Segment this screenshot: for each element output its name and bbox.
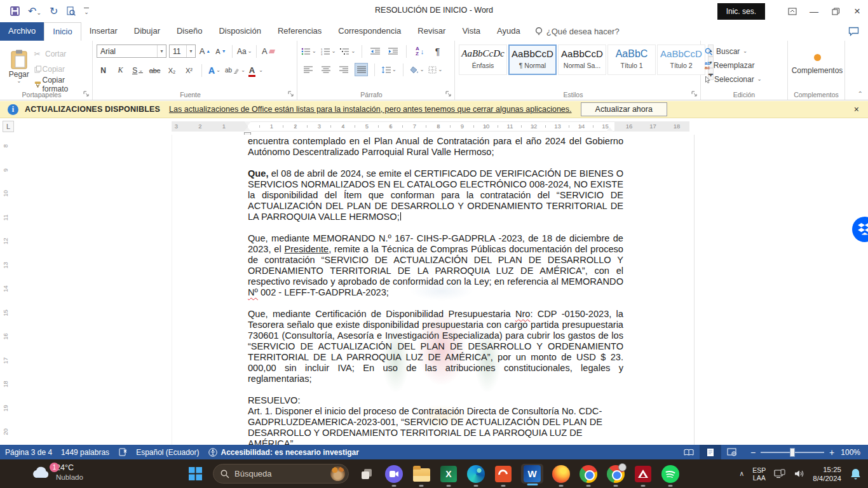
volume-icon[interactable]: [794, 469, 804, 478]
tab-revisar[interactable]: Revisar: [409, 22, 454, 41]
undo-icon[interactable]: ↶⌄: [28, 6, 41, 17]
undo-dropdown-icon[interactable]: ⌄: [36, 10, 41, 16]
network-icon[interactable]: [774, 469, 785, 478]
taskbar-app-foxit-pdf[interactable]: [494, 464, 513, 484]
clock[interactable]: 15:258/4/2024: [813, 465, 841, 483]
paste-button[interactable]: Pegar⌄: [4, 44, 34, 89]
feedback-icon[interactable]: [848, 22, 859, 41]
taskbar-app-file-explorer[interactable]: [412, 464, 431, 484]
tab-dibujar[interactable]: Dibujar: [126, 22, 168, 41]
notification-message-link[interactable]: Las actualizaciones de Office están list…: [169, 105, 571, 114]
zoom-level[interactable]: 100%: [841, 448, 860, 457]
document-text[interactable]: encuentra contemplado en el Plan Anual d…: [248, 136, 623, 445]
start-button[interactable]: [186, 464, 205, 484]
close-button[interactable]: ×: [846, 0, 868, 22]
font-family-select[interactable]: Arial▾: [97, 44, 166, 58]
weather-widget[interactable]: 1 24°C Nublado: [32, 463, 83, 482]
search-input[interactable]: Búsqueda: [213, 464, 349, 484]
horizontal-ruler[interactable]: 321 123456789101112131415 161718: [172, 121, 689, 132]
notification-close-icon[interactable]: ×: [854, 104, 859, 114]
italic-button[interactable]: K: [114, 64, 127, 77]
taskbar-app-word-active[interactable]: W: [521, 464, 543, 484]
font-size-select[interactable]: 11▾: [169, 44, 196, 58]
taskbar-app-edge[interactable]: [466, 464, 485, 484]
style-t-tulo-1[interactable]: AaBbCTítulo 1: [607, 44, 656, 75]
collapse-ribbon-icon[interactable]: ⌃: [858, 90, 863, 97]
justify-button[interactable]: [355, 63, 368, 76]
read-mode-icon[interactable]: [678, 445, 700, 459]
sign-in-button[interactable]: Inic. ses.: [717, 3, 765, 20]
copy-button[interactable]: Copiar: [34, 62, 88, 76]
paragraph[interactable]: Art. 1. Disponer el inicio del proceso d…: [248, 406, 623, 445]
style--nfasis[interactable]: AaBbCcDcÉnfasis: [459, 44, 507, 75]
strikethrough-button[interactable]: abc: [148, 64, 161, 77]
tab-diseño[interactable]: Diseño: [168, 22, 210, 41]
sort-button[interactable]: AZ↓: [413, 44, 426, 58]
tell-me-box[interactable]: ¿Qué desea hacer?: [529, 22, 626, 41]
increase-indent-button[interactable]: [386, 44, 400, 58]
tab-referencias[interactable]: Referencias: [269, 22, 330, 41]
print-layout-icon[interactable]: [700, 445, 721, 459]
language-switcher[interactable]: ESPLAA: [752, 466, 766, 482]
paragraph[interactable]: Que, mediante MEMORANDO N.º 167- CIHS-P-…: [248, 233, 623, 298]
tab-ayuda[interactable]: Ayuda: [489, 22, 529, 41]
minimize-button[interactable]: —: [803, 0, 825, 22]
align-right-button[interactable]: [337, 63, 350, 76]
taskbar-app-chrome[interactable]: [579, 464, 598, 484]
tab-stop-selector[interactable]: L: [3, 121, 14, 132]
document-area[interactable]: 891011121314151617181920 encuentra conte…: [0, 135, 868, 445]
proofing-error-icon[interactable]: [118, 448, 127, 456]
superscript-button[interactable]: X²: [182, 64, 196, 77]
tab-insertar[interactable]: Insertar: [81, 22, 126, 41]
format-painter-button[interactable]: Copiar formato: [34, 78, 88, 91]
taskbar-app-firefox[interactable]: [552, 464, 571, 484]
web-layout-icon[interactable]: [721, 445, 743, 459]
zoom-slider[interactable]: [761, 452, 824, 453]
clear-formatting-button[interactable]: A: [261, 44, 275, 58]
paragraph[interactable]: encuentra contemplado en el Plan Anual d…: [248, 136, 623, 158]
style-normal-sa-[interactable]: AaBbCcDNormal Sa...: [558, 44, 606, 75]
cut-button[interactable]: ✂ Cortar: [34, 47, 88, 60]
taskbar-app-chrome-profile[interactable]: [606, 464, 625, 484]
redo-icon[interactable]: ↻: [50, 6, 58, 17]
accessibility-status[interactable]: Accesibilidad: es necesario investigar: [208, 448, 359, 457]
decrease-indent-button[interactable]: [369, 44, 382, 58]
style--normal[interactable]: AaBbCcD¶ Normal: [508, 44, 557, 75]
ribbon-display-options-icon[interactable]: [782, 0, 803, 22]
shading-button[interactable]: ⌄: [410, 63, 424, 76]
underline-button[interactable]: S⌄: [131, 64, 144, 77]
zoom-slider-thumb[interactable]: [790, 448, 795, 457]
print-preview-icon[interactable]: [66, 6, 76, 16]
bold-button[interactable]: N: [97, 64, 110, 77]
zoom-in-icon[interactable]: +: [829, 448, 834, 457]
task-view-button[interactable]: [357, 464, 376, 484]
styles-dialog-launcher-icon[interactable]: [691, 91, 698, 98]
multilevel-list-button[interactable]: ⌄: [340, 44, 355, 58]
change-case-button[interactable]: Aa⌄: [237, 44, 252, 58]
borders-button[interactable]: ⌄: [428, 63, 442, 76]
select-button[interactable]: Seleccionar⌄: [705, 72, 783, 86]
search-daily-image[interactable]: [330, 466, 345, 481]
paragraph-dialog-launcher-icon[interactable]: [445, 91, 452, 98]
numbered-list-button[interactable]: 123⌄: [321, 44, 336, 58]
taskbar-app-video-meeting[interactable]: [384, 464, 403, 484]
vertical-ruler[interactable]: 891011121314151617181920: [0, 135, 11, 445]
taskbar-app-acrobat[interactable]: [634, 464, 653, 484]
page-indicator[interactable]: Página 3 de 4: [5, 448, 52, 457]
grow-font-button[interactable]: A▲: [198, 44, 212, 58]
paragraph[interactable]: Que, mediante Certificación de Disponibi…: [248, 309, 623, 384]
tray-overflow-icon[interactable]: ∧: [739, 470, 744, 478]
font-dialog-launcher-icon[interactable]: [288, 91, 295, 98]
customize-toolbar-icon[interactable]: ⌄: [84, 8, 89, 15]
zoom-out-icon[interactable]: −: [750, 448, 756, 457]
replace-button[interactable]: abac Reemplazar: [705, 58, 783, 72]
tab-inicio[interactable]: Inicio: [44, 22, 81, 41]
update-now-button[interactable]: Actualizar ahora: [581, 102, 667, 116]
style-t-tulo-2[interactable]: AaBbCcDTítulo 2: [657, 44, 705, 75]
tab-vista[interactable]: Vista: [454, 22, 489, 41]
tab-archivo[interactable]: Archivo: [0, 22, 44, 41]
line-spacing-button[interactable]: ⌄: [381, 63, 397, 76]
paragraph[interactable]: Que, el 08 de abril de 2024, se emite el…: [248, 168, 623, 222]
addins-button[interactable]: Complementos: [792, 44, 843, 84]
paragraph[interactable]: RESUELVO:: [248, 395, 623, 406]
